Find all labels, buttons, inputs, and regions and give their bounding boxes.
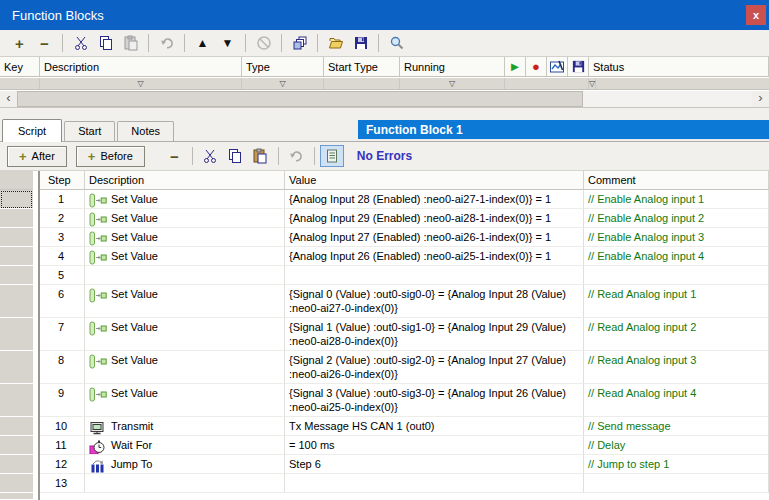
step-value-cell[interactable]: {Signal 1 (Value) :out0-sig1-0} = {Analo… [285, 318, 584, 351]
column-header-value[interactable]: Value [285, 171, 584, 190]
filter-running[interactable]: ▽ [400, 78, 505, 89]
disable-button[interactable] [251, 32, 276, 54]
table-row[interactable]: 3 Set Value {Analog Input 27 (Enabled) :… [0, 228, 769, 247]
table-row[interactable]: 9 Set Value {Signal 3 (Value) :out0-sig3… [0, 384, 769, 417]
table-row[interactable]: 10 Transmit Tx Message HS CAN 1 (out0) /… [0, 417, 769, 436]
save-states-button[interactable] [568, 57, 589, 76]
close-button[interactable]: x [746, 5, 766, 25]
windows-button[interactable] [287, 32, 312, 54]
undo-button-disabled[interactable] [154, 32, 179, 54]
insert-before-button[interactable]: + Before [76, 146, 145, 167]
cut-button[interactable] [198, 145, 223, 167]
step-comment-cell[interactable]: // Enable Analog input 1 [584, 190, 769, 209]
step-number-cell[interactable]: 12 [40, 455, 85, 474]
step-value-cell[interactable]: {Signal 0 (Value) :out0-sig0-0} = {Analo… [285, 285, 584, 318]
step-comment-cell[interactable]: // Read Analog input 4 [584, 384, 769, 417]
filter-description[interactable]: ▽ [40, 78, 242, 89]
row-gutter[interactable] [0, 190, 33, 209]
tab-script[interactable]: Script [2, 119, 62, 142]
step-value-cell[interactable]: Tx Message HS CAN 1 (out0) [285, 417, 584, 436]
undo-button-disabled[interactable] [284, 145, 309, 167]
script-view-button[interactable] [320, 145, 344, 167]
row-gutter[interactable] [0, 351, 33, 384]
step-description-cell[interactable]: Set Value [85, 285, 285, 318]
step-value-cell[interactable]: {Analog Input 27 (Enabled) :neo0-ai26-1-… [285, 228, 584, 247]
step-value-cell[interactable] [285, 474, 584, 493]
row-gutter[interactable] [0, 285, 33, 318]
step-description-cell[interactable]: Wait For [85, 436, 285, 455]
column-header-description[interactable]: Description [85, 171, 285, 190]
column-header-description[interactable]: Description [40, 57, 242, 76]
table-row[interactable]: 2 Set Value {Analog Input 29 (Enabled) :… [0, 209, 769, 228]
step-value-cell[interactable]: = 100 ms [285, 436, 584, 455]
step-description-cell[interactable]: Set Value [85, 247, 285, 266]
step-description-cell[interactable]: Set Value [85, 351, 285, 384]
tab-start[interactable]: Start [64, 121, 115, 141]
add-button[interactable]: + [7, 32, 32, 54]
row-gutter[interactable] [0, 209, 33, 228]
find-button[interactable] [384, 32, 409, 54]
step-comment-cell[interactable]: // Delay [584, 436, 769, 455]
column-header-status[interactable]: Status [589, 57, 769, 76]
table-row[interactable]: 11 Wait For = 100 ms // Delay [0, 436, 769, 455]
step-number-cell[interactable]: 6 [40, 285, 85, 318]
remove-button[interactable]: − [32, 32, 57, 54]
paste-button[interactable] [248, 145, 273, 167]
graph-button[interactable] [547, 57, 568, 76]
step-number-cell[interactable]: 13 [40, 474, 85, 493]
step-number-cell[interactable]: 10 [40, 417, 85, 436]
step-value-cell[interactable]: {Signal 3 (Value) :out0-sig3-0} = {Analo… [285, 384, 584, 417]
step-comment-cell[interactable]: // Send message [584, 417, 769, 436]
step-value-cell[interactable]: {Analog Input 26 (Enabled) :neo0-ai25-1-… [285, 247, 584, 266]
table-row[interactable]: 7 Set Value {Signal 1 (Value) :out0-sig1… [0, 318, 769, 351]
step-number-cell[interactable]: 5 [40, 266, 85, 285]
column-header-key[interactable]: Key [0, 57, 40, 76]
step-number-cell[interactable]: 2 [40, 209, 85, 228]
insert-after-button[interactable]: + After [7, 146, 67, 167]
column-header-running[interactable]: Running [400, 57, 505, 76]
delete-step-button[interactable]: − [162, 145, 187, 167]
row-gutter[interactable] [0, 417, 33, 436]
filter-type[interactable]: ▽ [242, 78, 324, 89]
step-comment-cell[interactable]: // Enable Analog input 4 [584, 247, 769, 266]
step-comment-cell[interactable]: // Jump to step 1 [584, 455, 769, 474]
step-comment-cell[interactable] [584, 266, 769, 285]
column-header-start-type[interactable]: Start Type [324, 57, 400, 76]
step-description-cell[interactable] [85, 266, 285, 285]
save-button[interactable] [348, 32, 373, 54]
move-up-button[interactable]: ▲ [190, 32, 215, 54]
step-description-cell[interactable]: Set Value [85, 228, 285, 247]
tab-notes[interactable]: Notes [117, 121, 174, 141]
row-gutter[interactable] [0, 266, 33, 285]
step-description-cell[interactable] [85, 474, 285, 493]
row-gutter[interactable] [0, 228, 33, 247]
step-value-cell[interactable] [285, 266, 584, 285]
scrollbar-track[interactable] [583, 91, 752, 107]
column-header-step[interactable]: Step [40, 171, 85, 190]
table-row[interactable]: 13 [0, 474, 769, 493]
table-row[interactable]: 8 Set Value {Signal 2 (Value) :out0-sig2… [0, 351, 769, 384]
filter-status[interactable]: ▽ [589, 78, 596, 89]
move-down-button[interactable]: ▼ [215, 32, 240, 54]
step-number-cell[interactable]: 1 [40, 190, 85, 209]
step-comment-cell[interactable]: // Read Analog input 1 [584, 285, 769, 318]
row-gutter[interactable] [0, 474, 33, 493]
step-description-cell[interactable]: Set Value [85, 318, 285, 351]
open-button[interactable] [323, 32, 348, 54]
scroll-right-button[interactable]: › [752, 91, 769, 107]
step-comment-cell[interactable]: // Read Analog input 2 [584, 318, 769, 351]
stop-all-button[interactable]: ● [526, 57, 547, 76]
scrollbar-thumb[interactable] [17, 91, 583, 107]
row-gutter[interactable] [0, 247, 33, 266]
run-all-button[interactable]: ► [505, 57, 526, 76]
row-gutter[interactable] [0, 436, 33, 455]
row-gutter[interactable] [0, 318, 33, 351]
copy-button[interactable] [93, 32, 118, 54]
step-description-cell[interactable]: Jump To [85, 455, 285, 474]
cut-button[interactable] [68, 32, 93, 54]
step-comment-cell[interactable]: // Read Analog input 3 [584, 351, 769, 384]
step-number-cell[interactable]: 8 [40, 351, 85, 384]
step-value-cell[interactable]: {Signal 2 (Value) :out0-sig2-0} = {Analo… [285, 351, 584, 384]
step-comment-cell[interactable]: // Enable Analog input 3 [584, 228, 769, 247]
step-number-cell[interactable]: 7 [40, 318, 85, 351]
